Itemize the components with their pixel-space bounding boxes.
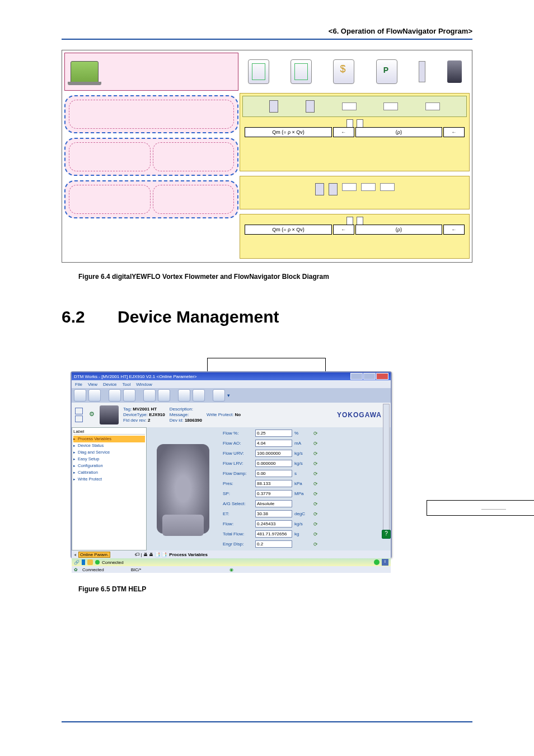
sub-rect <box>425 102 440 110</box>
param-value[interactable]: Absolute <box>255 500 292 507</box>
refresh-icon[interactable] <box>313 461 319 466</box>
block-diagram: Qm (= ρ × Qv) ← (ρ) ← Qm (= ρ × Qv) ← (ρ… <box>62 50 472 263</box>
param-row: SP:0.3779MPa <box>223 490 387 497</box>
param-label: Flow LRV: <box>223 461 253 466</box>
param-value[interactable]: 0.000000 <box>255 460 292 467</box>
dtm-screenshot: DTM Works - [MV2001 HT] EJX910 V2.1 <Onl… <box>62 371 472 573</box>
rho-label: (ρ) <box>355 127 442 137</box>
pane-toggle-icon[interactable] <box>75 408 83 414</box>
menu-window[interactable]: Window <box>136 382 152 387</box>
pc-block <box>64 53 238 91</box>
tool-button[interactable] <box>123 389 135 402</box>
close-button[interactable] <box>376 373 388 380</box>
param-value[interactable]: 88.133 <box>255 480 292 487</box>
refresh-icon[interactable] <box>313 441 319 446</box>
param-value[interactable]: 0.245433 <box>255 520 292 528</box>
param-unit: kg/s <box>294 521 311 526</box>
i-o-icon <box>419 61 425 82</box>
inner-status-bar: ◂ Online Param. 🏷 | 🖶 🖶 📑 📑 Process Vari… <box>72 550 391 558</box>
tool-button[interactable] <box>143 389 156 402</box>
calc-block-upper: Qm (= ρ × Qv) ← (ρ) ← <box>240 93 470 171</box>
menu-tool[interactable]: Tool <box>123 382 131 387</box>
param-unit: kg <box>294 531 311 536</box>
section-6-2-title: 6.2Device Management <box>62 307 472 326</box>
print-button[interactable] <box>213 389 225 402</box>
param-value[interactable]: 481.71.972656 <box>255 530 292 538</box>
figure-6-4-caption: Figure 6.4 digitalYEWFLO Vortex Flowmete… <box>78 273 472 281</box>
param-value[interactable]: 0.00 <box>255 470 292 477</box>
menu-bar: File View Device Tool Window <box>72 380 391 388</box>
refresh-icon[interactable] <box>313 521 319 527</box>
qm-label-2: Qm (= ρ × Qv) <box>245 225 331 235</box>
sub-rect <box>342 102 357 110</box>
menu-file[interactable]: File <box>75 382 82 387</box>
param-label: Flow: <box>223 521 253 526</box>
refresh-icon[interactable] <box>313 431 319 436</box>
maximize-button[interactable] <box>363 373 376 380</box>
tool-button[interactable] <box>158 389 170 402</box>
tool-button[interactable] <box>88 389 101 402</box>
gear-icon[interactable] <box>87 411 95 419</box>
tree-item-easy-setup[interactable]: Easy Setup <box>73 456 145 463</box>
qm-label: Qm (= ρ × Qv) <box>245 127 331 137</box>
refresh-icon[interactable] <box>313 491 319 497</box>
tree-item-write-protect[interactable]: Write Protect <box>73 476 145 483</box>
refresh-icon[interactable] <box>313 451 319 456</box>
navigation-tree[interactable]: Label Process Variables Device Status Di… <box>72 427 147 550</box>
param-label: ET: <box>223 511 253 516</box>
info-icon[interactable]: i <box>382 559 388 566</box>
param-row: Total Flow:481.71.972656kg <box>223 530 387 538</box>
app-status-bar: ✿ Connected BIC/* ◉ <box>72 566 391 573</box>
param-value[interactable]: 4.04 <box>255 440 292 447</box>
callout-box-right <box>427 500 534 516</box>
footer-rule <box>62 721 472 722</box>
tool-button[interactable] <box>109 389 121 402</box>
menu-view[interactable]: View <box>88 382 97 387</box>
refresh-icon[interactable] <box>313 471 319 477</box>
param-label: Engr Disp: <box>223 542 253 547</box>
softblock-2 <box>64 138 238 176</box>
pane-toggle-icon[interactable] <box>75 416 83 422</box>
softblock-1 <box>64 95 238 133</box>
tree-item-device-status[interactable]: Device Status <box>73 442 145 449</box>
tree-item-calibration[interactable]: Calibration <box>73 469 145 476</box>
tool-button[interactable] <box>74 389 86 402</box>
tree-item-process-variables[interactable]: Process Variables <box>73 436 145 442</box>
param-row: Flow LRV:0.000000kg/s <box>223 460 387 467</box>
connection-status-bar: 🔗 Connected i <box>72 558 391 566</box>
help-button[interactable]: ? <box>382 530 391 539</box>
param-row: Flow:0.245433kg/s <box>223 520 387 528</box>
tree-item-diag-service[interactable]: Diag and Service <box>73 449 145 456</box>
param-value[interactable]: 0.2 <box>255 540 292 548</box>
param-label: SP: <box>223 491 253 496</box>
tree-header: Label <box>73 429 145 435</box>
sub-rect <box>383 102 398 110</box>
param-unit: % <box>294 431 311 436</box>
tiny-icon <box>306 100 315 113</box>
page-header: <6. Operation of FlowNavigator Program> <box>62 27 472 40</box>
param-row: Flow URV:100.000000kg/s <box>223 450 387 457</box>
calc-block-mid <box>240 176 470 209</box>
param-unit: kg/s <box>294 451 311 456</box>
refresh-icon[interactable] <box>313 511 319 517</box>
refresh-icon[interactable] <box>313 542 319 547</box>
device-header: Tag: MV2001 HT DeviceType: EJX910 Fld de… <box>72 403 391 427</box>
calc-block-lower: Qm (= ρ × Qv) ← (ρ) ← <box>240 214 470 259</box>
toolbar: ▾ <box>72 388 391 403</box>
param-unit: kg/s <box>294 461 311 466</box>
tree-item-configuration[interactable]: Configuration <box>73 463 145 469</box>
menu-device[interactable]: Device <box>103 382 116 387</box>
tool-button[interactable] <box>178 389 190 402</box>
refresh-icon[interactable] <box>313 501 319 507</box>
param-value[interactable]: 100.000000 <box>255 450 292 457</box>
minimize-button[interactable] <box>350 373 363 380</box>
param-label: Flow URV: <box>223 451 253 456</box>
window-title: DTM Works - [MV2001 HT] EJX910 V2.1 <Onl… <box>74 374 197 379</box>
param-value[interactable]: 0.25 <box>255 430 292 437</box>
refresh-icon[interactable] <box>313 531 319 537</box>
param-value[interactable]: 30.38 <box>255 510 292 517</box>
refresh-icon[interactable] <box>313 481 319 487</box>
vertical-scrollbar[interactable] <box>383 404 390 533</box>
tool-button[interactable] <box>193 389 205 402</box>
param-value[interactable]: 0.3779 <box>255 490 292 497</box>
